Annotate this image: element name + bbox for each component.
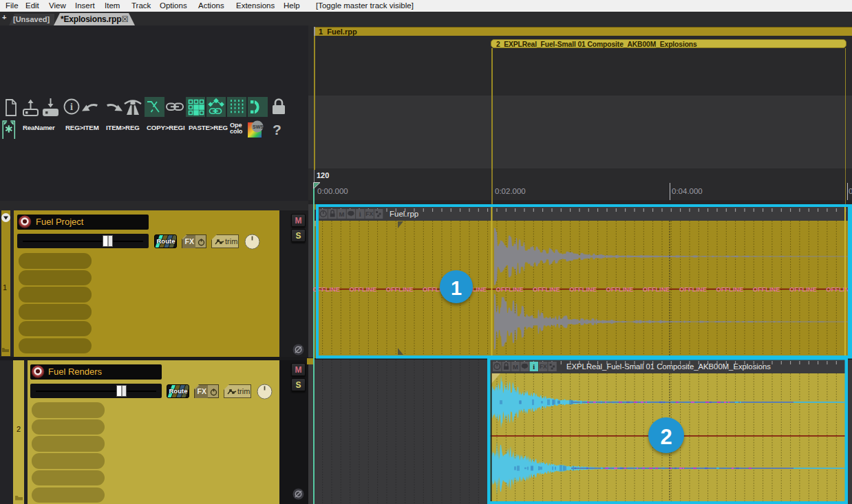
svg-text:SWS: SWS: [253, 124, 264, 129]
svg-text:ReaNamer: ReaNamer: [23, 124, 55, 131]
svg-text:ITEM>REG: ITEM>REG: [106, 124, 140, 131]
svg-text:i: i: [70, 102, 73, 112]
svg-text:OFFLINE: OFFLINE: [533, 286, 560, 293]
svg-text:OFFLINE: OFFLINE: [753, 286, 780, 293]
svg-text:OFFLINE: OFFLINE: [569, 286, 597, 293]
svg-text:i: i: [533, 363, 535, 371]
svg-text:OFFLINE: OFFLINE: [679, 286, 707, 293]
svg-text:M: M: [513, 363, 518, 371]
svg-text:COPY>REGI: COPY>REGI: [147, 124, 185, 131]
svg-text:EXPLReal_Fuel-Small 01 Composi: EXPLReal_Fuel-Small 01 Composite_AKB00M_…: [566, 362, 771, 371]
svg-text:PASTE>REG: PASTE>REG: [189, 124, 228, 131]
svg-text:OFFLINE: OFFLINE: [789, 286, 817, 293]
svg-text:i: i: [359, 210, 361, 218]
svg-text:FX: FX: [540, 363, 547, 370]
svg-text:M: M: [339, 210, 345, 218]
svg-text:FX: FX: [365, 210, 373, 217]
svg-text:OFFLINE: OFFLINE: [716, 286, 743, 293]
svg-text:REG>ITEM: REG>ITEM: [65, 124, 99, 131]
svg-text:OFFLINE: OFFLINE: [386, 286, 414, 293]
svg-text:OFFLINE: OFFLINE: [606, 286, 634, 293]
svg-text:?: ?: [273, 122, 281, 138]
svg-text:OFFLINE: OFFLINE: [496, 286, 524, 293]
svg-text:Fuel.rpp: Fuel.rpp: [390, 210, 418, 218]
svg-text:colo: colo: [230, 128, 243, 135]
svg-text:OFFLINE: OFFLINE: [643, 286, 670, 293]
svg-text:OFFLINE: OFFLINE: [349, 286, 376, 293]
svg-text:Ope: Ope: [230, 122, 242, 129]
